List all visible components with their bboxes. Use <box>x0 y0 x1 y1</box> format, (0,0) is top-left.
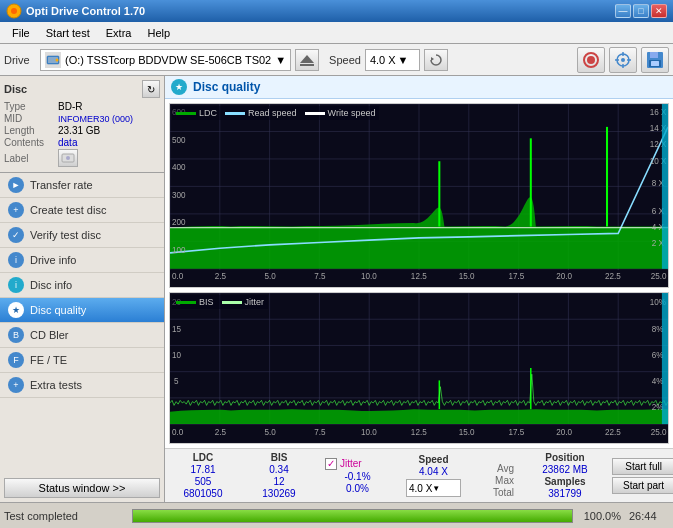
legend-ldc-color <box>176 112 196 115</box>
drive-selector[interactable]: (O:) TSSTcorp BDDVDW SE-506CB TS02 ▼ <box>40 49 291 71</box>
start-part-button[interactable]: Start part <box>612 477 673 494</box>
legend-read-speed-color <box>225 112 245 115</box>
disc-label-row: Label <box>4 149 160 167</box>
drive-label: Drive <box>4 54 36 66</box>
jitter-check-box[interactable]: ✓ <box>325 458 337 470</box>
legend-jitter: Jitter <box>222 297 265 307</box>
svg-text:400: 400 <box>172 162 186 173</box>
svg-text:12.5: 12.5 <box>411 271 427 282</box>
svg-text:5.0: 5.0 <box>265 427 276 438</box>
legend-write-speed-label: Write speed <box>328 108 376 118</box>
drive-icon <box>45 52 61 68</box>
menu-bar: File Start test Extra Help <box>0 22 673 44</box>
nav-disc-info-label: Disc info <box>30 279 72 291</box>
disc-header: Disc ↻ <box>4 80 160 98</box>
speed-selector[interactable]: 4.0 X ▼ <box>365 49 420 71</box>
stats-speed-col: Speed 4.04 X 4.0 X ▼ <box>406 454 461 497</box>
svg-text:100: 100 <box>172 244 186 255</box>
svg-text:2.5: 2.5 <box>215 271 226 282</box>
speed-col-dropdown[interactable]: 4.0 X ▼ <box>406 479 461 497</box>
nav-item-drive-info[interactable]: i Drive info <box>0 248 164 273</box>
svg-text:17.5: 17.5 <box>508 427 524 438</box>
svg-point-21 <box>66 156 70 160</box>
svg-marker-5 <box>300 55 314 63</box>
save-button[interactable] <box>641 47 669 73</box>
svg-text:22.5: 22.5 <box>605 427 621 438</box>
disc-label-label: Label <box>4 153 54 164</box>
nav-fe-te-label: FE / TE <box>30 354 67 366</box>
svg-rect-6 <box>300 64 314 66</box>
svg-point-9 <box>587 56 595 64</box>
menu-help[interactable]: Help <box>139 25 178 41</box>
fe-te-icon: F <box>8 352 24 368</box>
progress-bar <box>132 509 573 523</box>
disc-quality-icon: ★ <box>8 302 24 318</box>
disc-section-title: Disc <box>4 83 27 95</box>
disc-label-button[interactable] <box>58 149 78 167</box>
progress-fill <box>133 510 572 522</box>
nav-item-fe-te[interactable]: F FE / TE <box>0 348 164 373</box>
nav-item-verify-test-disc[interactable]: ✓ Verify test disc <box>0 223 164 248</box>
charts-container: 600 500 400 300 200 100 16 X 14 X 12 X 1… <box>165 99 673 448</box>
legend-bis-color <box>176 301 196 304</box>
top-chart-legend: LDC Read speed Write speed <box>172 106 379 120</box>
svg-rect-17 <box>650 52 658 58</box>
jitter-col-header: Jitter <box>340 458 362 469</box>
svg-point-4 <box>56 58 59 61</box>
jitter-checkbox[interactable]: ✓ Jitter <box>325 458 390 470</box>
chart-title: Disc quality <box>193 80 260 94</box>
svg-text:0.0: 0.0 <box>172 271 183 282</box>
drive-info-icon: i <box>8 252 24 268</box>
samples-col-header: Samples <box>530 476 600 487</box>
svg-text:300: 300 <box>172 189 186 200</box>
speed-label: Speed <box>329 54 361 66</box>
svg-text:15: 15 <box>172 323 181 334</box>
svg-text:500: 500 <box>172 134 186 145</box>
avg-row-label: Avg <box>479 453 514 474</box>
bottom-chart: 20 15 10 5 10% 8% 6% 4% 2% 0.0 2.5 5.0 7… <box>169 292 669 444</box>
svg-text:4%: 4% <box>652 376 664 387</box>
nav-item-disc-quality[interactable]: ★ Disc quality <box>0 298 164 323</box>
window-title: Opti Drive Control 1.70 <box>26 5 145 17</box>
svg-marker-7 <box>431 57 434 61</box>
svg-text:20.0: 20.0 <box>556 427 572 438</box>
ldc-max-value: 505 <box>173 476 233 487</box>
status-window-button[interactable]: Status window >> <box>4 478 160 498</box>
menu-extra[interactable]: Extra <box>98 25 140 41</box>
jitter-max-value: 0.0% <box>325 483 390 494</box>
close-button[interactable]: ✕ <box>651 4 667 18</box>
disc-length-row: Length 23.31 GB <box>4 125 160 136</box>
sidebar: Disc ↻ Type BD-R MID INFOMER30 (000) Len… <box>0 76 165 502</box>
legend-bis: BIS <box>176 297 214 307</box>
disc-refresh-button[interactable]: ↻ <box>142 80 160 98</box>
maximize-button[interactable]: □ <box>633 4 649 18</box>
drive-name: (O:) TSSTcorp BDDVDW SE-506CB TS02 <box>65 54 271 66</box>
speed-refresh-button[interactable] <box>424 49 448 71</box>
theme-button[interactable] <box>577 47 605 73</box>
ldc-total-value: 6801050 <box>173 488 233 499</box>
nav-item-transfer-rate[interactable]: ► Transfer rate <box>0 173 164 198</box>
settings-button[interactable] <box>609 47 637 73</box>
legend-read-speed-label: Read speed <box>248 108 297 118</box>
position-col-value: 23862 MB <box>530 464 600 475</box>
top-chart: 600 500 400 300 200 100 16 X 14 X 12 X 1… <box>169 103 669 288</box>
nav-item-extra-tests[interactable]: + Extra tests <box>0 373 164 398</box>
start-full-button[interactable]: Start full <box>612 458 673 475</box>
disc-type-value: BD-R <box>58 101 82 112</box>
legend-ldc-label: LDC <box>199 108 217 118</box>
nav-disc-quality-label: Disc quality <box>30 304 86 316</box>
transfer-rate-icon: ► <box>8 177 24 193</box>
create-test-disc-icon: + <box>8 202 24 218</box>
menu-file[interactable]: File <box>4 25 38 41</box>
minimize-button[interactable]: — <box>615 4 631 18</box>
drive-dropdown-arrow[interactable]: ▼ <box>275 54 286 66</box>
samples-col-value: 381799 <box>530 488 600 499</box>
svg-text:8%: 8% <box>652 323 664 334</box>
menu-start-test[interactable]: Start test <box>38 25 98 41</box>
nav-item-disc-info[interactable]: i Disc info <box>0 273 164 298</box>
svg-text:15.0: 15.0 <box>459 271 475 282</box>
drive-eject-button[interactable] <box>295 49 319 71</box>
nav-item-cd-bler[interactable]: B CD Bler <box>0 323 164 348</box>
nav-item-create-test-disc[interactable]: + Create test disc <box>0 198 164 223</box>
svg-text:10.0: 10.0 <box>361 427 377 438</box>
